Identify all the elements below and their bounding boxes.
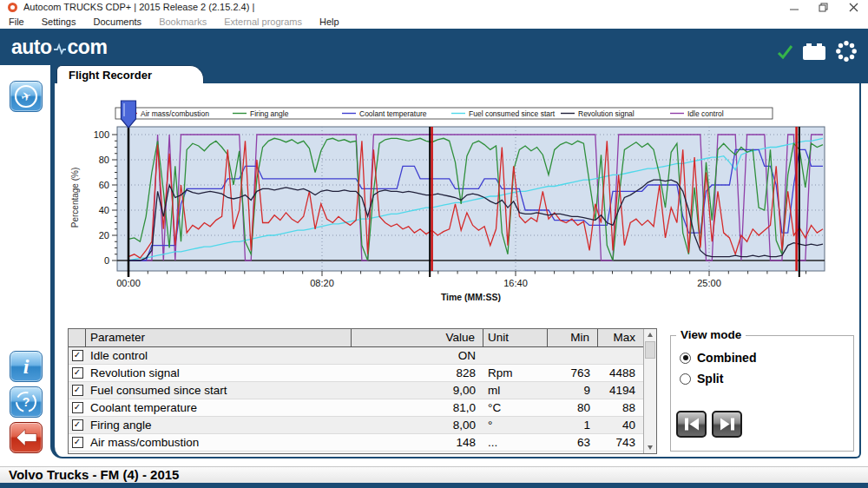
cell-unit: ... [483,434,548,451]
cell-parameter: Fuel consumed since start [86,382,352,399]
connection-ok-check-icon [777,43,793,59]
radio-label: Combined [697,351,756,365]
table-scrollbar[interactable] [643,329,656,453]
svg-text:40: 40 [99,205,109,215]
scrollbar-thumb[interactable] [645,341,655,359]
cell-parameter: Revolution signal [86,365,352,381]
airplane-icon: ✈ [13,83,39,109]
cell-unit [483,347,548,364]
legend-label: Firing angle [250,109,289,118]
cell-unit: Rpm [483,365,548,381]
x-tick-label: 25:00 [697,278,721,288]
cell-unit: ml [483,382,548,399]
cell-parameter: Air mass/combustion [86,434,352,451]
menu-item-bookmarks[interactable]: Bookmarks [150,15,215,29]
table-row[interactable]: ✓Firing angle8,00°140 [69,417,656,434]
restore-button[interactable] [809,0,838,15]
info-button[interactable]: i [10,351,43,382]
table-row[interactable]: ✓Coolant temperature81,0°C8088 [69,399,656,417]
tab-flight-recorder[interactable]: Flight Recorder [56,65,204,83]
back-arrow-icon [11,425,41,451]
legend-label: Fuel consumed since start [469,109,556,118]
back-button[interactable] [10,422,43,453]
skip-to-end-icon [718,417,737,432]
radio-circle [680,373,691,385]
column-header-max[interactable]: Max [598,329,643,346]
cell-value: 148 [352,434,483,451]
skip-to-start-button[interactable] [676,411,707,438]
cell-value: 8,00 [352,417,483,433]
parameter-checkbox[interactable]: ✓ [69,382,86,399]
menu-item-documents[interactable]: Documents [84,15,150,29]
column-header-unit[interactable]: Unit [483,329,548,346]
radio-split[interactable]: Split [680,368,756,389]
parameter-checkbox[interactable]: ✓ [69,347,86,364]
cell-max: 4194 [598,382,643,399]
column-header-value[interactable]: Value [352,329,483,346]
radio-label: Split [697,372,723,386]
time-slider-handle[interactable] [122,101,136,128]
cell-min: 1 [548,417,598,433]
menu-item-help[interactable]: Help [311,15,348,29]
parameter-checkbox[interactable]: ✓ [69,434,86,451]
svg-text:✈: ✈ [19,89,33,105]
view-mode-title: View mode [676,328,746,341]
skip-to-end-button[interactable] [712,411,742,438]
close-button[interactable] [838,0,868,15]
scroll-down-arrow[interactable] [644,442,656,453]
cell-parameter: Idle control [86,347,352,364]
menu-item-settings[interactable]: Settings [33,15,85,29]
table-row[interactable]: ✓Fuel consumed since start9,00ml94194 [69,382,656,399]
heartbeat-pulse-icon [53,43,67,55]
parameter-table: ParameterValueUnitMinMax ✓Idle controlON… [68,328,657,454]
svg-text:20: 20 [99,230,109,241]
tab-label: Flight Recorder [57,66,203,82]
table-row[interactable]: ✓Idle controlON [69,347,656,365]
scroll-up-arrow[interactable] [644,329,656,340]
cell-min [548,347,598,364]
cell-min: 80 [548,399,598,416]
parameter-checkbox[interactable]: ✓ [69,417,86,433]
table-header-row: ParameterValueUnitMinMax [69,329,656,347]
window-title: Autocom TRUCKS CDP+ | 2015 Release 2 (2.… [23,2,254,12]
menu-bar: FileSettingsDocumentsBookmarksExternal p… [0,15,868,29]
logo-text-right: com [68,36,108,59]
menu-item-file[interactable]: File [0,15,33,29]
y-axis-title: Percentage (%) [70,168,80,228]
flight-recorder-chart: 02040608010000:0008:2016:4025:00Time (MM… [69,97,842,318]
table-row[interactable]: ✓Revolution signal828Rpm7634488 [69,365,656,382]
minimize-button[interactable] [779,0,809,15]
parameter-checkbox[interactable]: ✓ [69,399,86,416]
cell-max: 743 [598,434,643,451]
cell-value: 9,00 [352,382,483,399]
info-icon: i [23,356,30,377]
help-icon: ? [13,389,39,415]
cell-max: 40 [598,417,643,433]
radio-combined[interactable]: Combined [680,347,756,368]
logo-text-left: auto [11,36,52,59]
svg-text:0: 0 [104,255,109,266]
x-tick-label: 16:40 [503,278,528,288]
app-window: { "window": { "title": "Autocom TRUCKS C… [0,0,868,488]
cell-max: 88 [598,399,643,416]
cell-parameter: Coolant temperature [86,399,352,416]
cell-parameter: Firing angle [86,417,352,433]
column-header-min[interactable]: Min [548,329,598,346]
cell-max [598,347,643,364]
cdp-device-icon[interactable] [802,42,826,61]
help-button[interactable]: ? [10,386,43,418]
x-axis-title: Time (MM:SS) [441,292,501,302]
view-mode-group: View mode CombinedSplit [670,335,854,452]
status-bar: Volvo Trucks - FM (4) - 2015 [0,466,868,483]
restore-icon [819,3,829,13]
legend-label: Air mass/combustion [141,109,209,118]
parameter-checkbox[interactable]: ✓ [69,365,86,381]
legend-label: Revolution signal [578,109,635,118]
busy-spinner-icon [835,40,858,63]
menu-item-external-programs[interactable]: External programs [215,15,311,29]
close-icon [849,3,858,12]
cell-value: 828 [352,365,483,381]
flight-recorder-button[interactable]: ✈ [10,81,43,112]
column-header-parameter[interactable]: Parameter [86,329,352,346]
table-row[interactable]: ✓Air mass/combustion148...63743 [69,434,656,452]
